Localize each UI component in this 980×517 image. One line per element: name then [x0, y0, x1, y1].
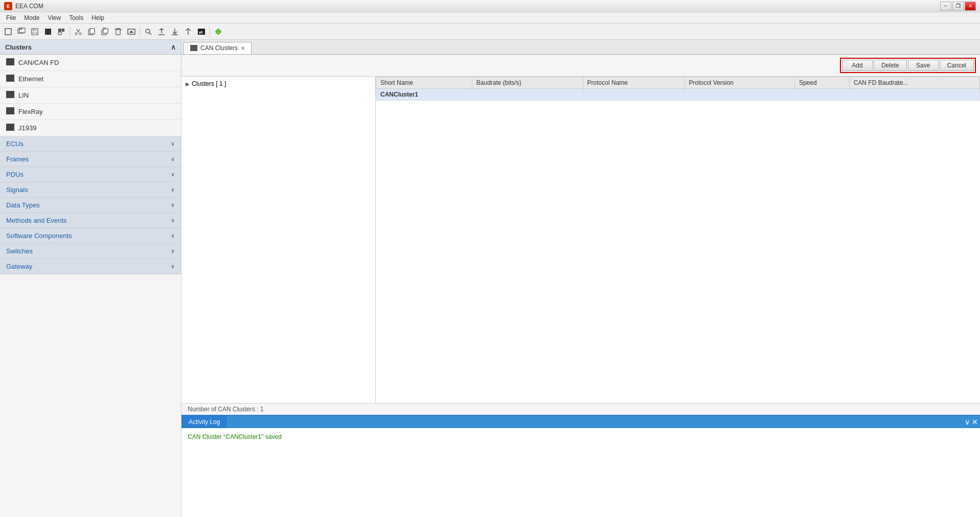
sidebar-item-can[interactable]: CAN/CAN FD	[0, 55, 181, 71]
toolbar-new[interactable]	[2, 26, 14, 38]
tab-can-clusters[interactable]: CAN Clusters ✕	[184, 42, 252, 54]
can-clusters-tab-icon	[190, 45, 197, 51]
lin-icon	[6, 91, 14, 100]
col-protocol-version[interactable]: Protocol Version	[685, 77, 794, 89]
sidebar-group-datatypes[interactable]: Data Types ∨	[0, 198, 181, 213]
title-bar: E EEA COM − ❐ ✕	[0, 0, 980, 12]
toolbar-paste[interactable]	[99, 26, 111, 38]
col-short-name[interactable]: Short Name	[376, 77, 472, 89]
can-icon	[6, 58, 14, 67]
cell-can-fd-baudrate[interactable]	[849, 89, 979, 101]
ecus-chevron-icon: ∨	[171, 140, 175, 147]
table-row[interactable]: CANCluster1	[376, 89, 980, 101]
ethernet-network-icon	[6, 75, 14, 82]
sidebar-item-lin[interactable]: LIN	[0, 87, 181, 104]
toolbar-download[interactable]	[169, 26, 181, 38]
svg-rect-39	[190, 45, 197, 51]
toolbar-config[interactable]	[55, 26, 67, 38]
save-button[interactable]: Save	[908, 60, 939, 71]
signals-label: Signals	[6, 186, 28, 194]
sidebar-item-j1939[interactable]: J1939	[0, 120, 181, 136]
toolbar-open[interactable]	[15, 26, 28, 38]
tree-item-clusters[interactable]: ▶ Clusters [ 1 ]	[181, 79, 375, 89]
svg-rect-34	[6, 58, 14, 65]
main-toolbar: ⇄	[0, 24, 980, 40]
activity-log-collapse-button[interactable]: ∨	[965, 418, 970, 426]
flexray-label: FlexRay	[18, 108, 175, 115]
sidebar-group-gateway[interactable]: Gateway ∨	[0, 259, 181, 274]
toolbar-copy[interactable]	[85, 26, 98, 38]
content-area: Add Delete Save Cancel ▶ Clusters [ 1 ]	[181, 55, 980, 415]
restore-button[interactable]: ❐	[952, 2, 964, 11]
title-bar-text: EEA COM	[15, 3, 43, 10]
activity-log-tab[interactable]: Activity Log	[181, 416, 227, 428]
cluster-count-text: Number of CAN Clusters : 1	[188, 406, 264, 413]
col-protocol-name[interactable]: Protocol Name	[583, 77, 685, 89]
sidebar-group-switches[interactable]: Switches ∨	[0, 244, 181, 259]
frames-chevron-icon: ∨	[171, 156, 175, 162]
can-label: CAN/CAN FD	[18, 59, 175, 66]
sidebar-group-signals[interactable]: Signals ∨	[0, 182, 181, 198]
svg-rect-38	[6, 124, 14, 131]
minimize-button[interactable]: −	[940, 2, 951, 11]
activity-log-close-button[interactable]: ✕	[972, 418, 978, 426]
toolbar-transfer[interactable]: ⇄	[195, 26, 208, 38]
col-can-fd-baudrate[interactable]: CAN FD Baudrate...	[849, 77, 979, 89]
delete-tb-icon	[114, 28, 122, 36]
toolbar-dark[interactable]	[42, 26, 54, 38]
sidebar-group-frames[interactable]: Frames ∨	[0, 152, 181, 167]
col-speed[interactable]: Speed	[794, 77, 849, 89]
cell-short-name[interactable]: CANCluster1	[376, 89, 472, 101]
title-bar-controls: − ❐ ✕	[940, 2, 976, 11]
right-panel: CAN Clusters ✕ Add Delete Save Cancel	[181, 40, 980, 517]
svg-rect-10	[58, 32, 61, 35]
sidebar-group-ecus[interactable]: ECUs ∨	[0, 136, 181, 152]
toolbar-upload[interactable]	[155, 26, 168, 38]
toolbar-sep-2	[140, 27, 140, 37]
ethernet-label: Ethernet	[18, 75, 175, 83]
menu-help[interactable]: Help	[87, 13, 108, 22]
svg-point-11	[75, 33, 77, 35]
delete-button[interactable]: Delete	[874, 60, 907, 71]
config-icon	[57, 28, 65, 36]
svg-point-23	[146, 29, 150, 33]
menu-file[interactable]: File	[2, 13, 20, 22]
cancel-button[interactable]: Cancel	[940, 60, 974, 71]
cell-protocol-name[interactable]	[583, 89, 685, 101]
toolbar-settings[interactable]	[212, 26, 224, 38]
toolbar-save[interactable]	[29, 26, 41, 38]
switches-label: Switches	[6, 247, 33, 255]
sidebar-item-flexray[interactable]: FlexRay	[0, 104, 181, 120]
toolbar-cut[interactable]	[72, 26, 84, 38]
menu-mode[interactable]: Mode	[20, 13, 43, 22]
cell-baudrate[interactable]	[472, 89, 583, 101]
toolbar-search[interactable]	[142, 26, 154, 38]
menu-tools[interactable]: Tools	[65, 13, 87, 22]
sidebar-item-ethernet[interactable]: Ethernet	[0, 71, 181, 87]
menu-view[interactable]: View	[43, 13, 65, 22]
methods-label: Methods and Events	[6, 217, 67, 224]
table-footer: Number of CAN Clusters : 1	[181, 403, 980, 415]
can-network-icon	[6, 58, 14, 65]
action-buttons-highlight: Add Delete Save Cancel	[840, 58, 976, 73]
close-button[interactable]: ✕	[965, 2, 976, 11]
signals-chevron-icon: ∨	[171, 186, 175, 193]
sidebar-group-methods[interactable]: Methods and Events ∨	[0, 213, 181, 228]
cell-speed[interactable]	[794, 89, 849, 101]
toolbar-import[interactable]	[125, 26, 138, 38]
svg-rect-0	[5, 29, 11, 35]
svg-rect-17	[103, 28, 105, 29]
toolbar-up-arrow[interactable]	[182, 26, 194, 38]
activity-log-content: CAN Cluster "CANCluster1" saved	[181, 428, 980, 517]
clusters-header[interactable]: Clusters ∧	[0, 40, 181, 55]
table-pane: Short Name Baudrate (bits/s) Protocol Na…	[376, 77, 980, 403]
sidebar-group-pdus[interactable]: PDUs ∨	[0, 167, 181, 182]
toolbar-delete-tb[interactable]	[112, 26, 124, 38]
col-baudrate[interactable]: Baudrate (bits/s)	[472, 77, 583, 89]
clusters-collapse-icon[interactable]: ∧	[171, 43, 176, 51]
sidebar-group-sw-components[interactable]: Software Components ∨	[0, 228, 181, 244]
tab-close-icon[interactable]: ✕	[241, 45, 245, 51]
lin-network-icon	[6, 91, 14, 98]
cell-protocol-version[interactable]	[685, 89, 794, 101]
add-button[interactable]: Add	[842, 60, 873, 71]
